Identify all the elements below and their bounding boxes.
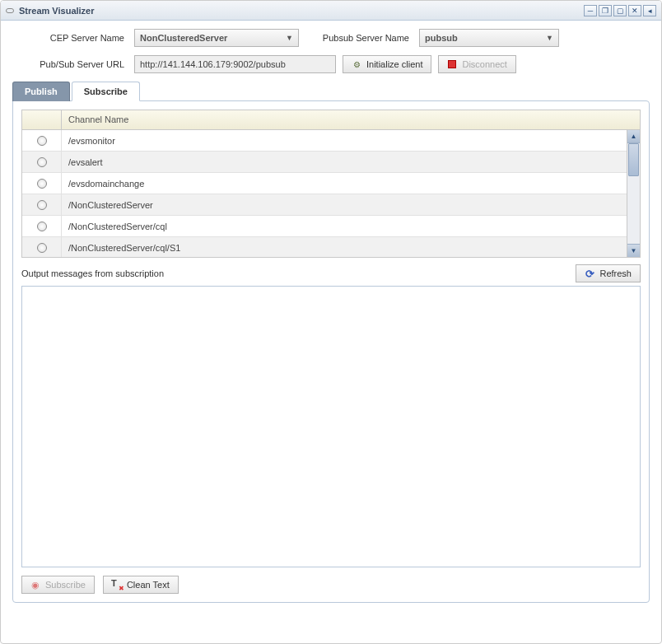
- bottom-buttons: ◉ Subscribe Clean Text: [21, 576, 641, 594]
- pubsub-label: Pubsub Server Name: [305, 33, 413, 43]
- maximize-button[interactable]: ▢: [613, 5, 627, 16]
- tabs: Publish Subscribe: [12, 82, 650, 101]
- subscribe-panel: Channel Name /evsmonitor /evsalert /evsd…: [12, 100, 650, 603]
- window-icon: [6, 8, 14, 13]
- radio-cell[interactable]: [22, 194, 62, 215]
- channel-cell: /NonClusteredServer: [62, 200, 640, 210]
- grid-body: /evsmonitor /evsalert /evsdomainchange /…: [22, 130, 640, 257]
- scroll-track[interactable]: [627, 143, 640, 244]
- table-row[interactable]: /evsdomainchange: [22, 173, 640, 194]
- tab-publish-label: Publish: [25, 86, 58, 96]
- scroll-thumb[interactable]: [628, 143, 639, 176]
- window-title: Stream Visualizer: [19, 6, 584, 16]
- radio-icon: [37, 200, 47, 210]
- initialize-label: Initialize client: [366, 59, 422, 69]
- cep-server-value: NonClusteredServer: [140, 33, 227, 43]
- url-value: http://141.144.106.179:9002/pubsub: [140, 59, 286, 69]
- chevron-down-icon: ▼: [286, 34, 293, 42]
- table-row[interactable]: /evsmonitor: [22, 130, 640, 152]
- clean-text-icon: [112, 580, 122, 590]
- radio-icon: [37, 157, 47, 167]
- header-radio-col: [22, 110, 62, 129]
- radio-cell[interactable]: [22, 216, 62, 236]
- initialize-client-button[interactable]: ⚙ Initialize client: [343, 55, 431, 73]
- radio-icon: [37, 136, 47, 146]
- radio-icon: [37, 179, 47, 189]
- radio-cell[interactable]: [22, 173, 62, 194]
- table-row[interactable]: /NonClusteredServer/cql/S1: [22, 237, 640, 257]
- collapse-button[interactable]: ◂: [643, 5, 656, 16]
- channel-cell: /NonClusteredServer/cql/S1: [62, 243, 640, 253]
- close-button[interactable]: ✕: [628, 5, 641, 16]
- output-textarea[interactable]: [21, 286, 641, 567]
- clean-text-button[interactable]: Clean Text: [103, 576, 179, 594]
- pubsub-server-select[interactable]: pubsub ▼: [419, 29, 559, 47]
- refresh-label: Refresh: [599, 268, 632, 278]
- output-label: Output messages from subscription: [21, 268, 576, 278]
- chevron-down-icon: ▼: [546, 34, 553, 42]
- url-input[interactable]: http://141.144.106.179:9002/pubsub: [134, 55, 336, 73]
- header-channel-name: Channel Name: [62, 110, 640, 129]
- radio-cell[interactable]: [22, 152, 62, 172]
- channel-cell: /evsdomainchange: [62, 179, 640, 189]
- disconnect-button: Disconnect: [438, 55, 515, 73]
- scroll-up-button[interactable]: ▲: [627, 130, 640, 143]
- minimize-button[interactable]: ─: [584, 5, 597, 16]
- cep-label: CEP Server Name: [12, 33, 128, 43]
- radio-icon: [37, 222, 47, 231]
- output-header-row: Output messages from subscription ⟳ Refr…: [21, 264, 641, 282]
- radio-cell[interactable]: [22, 237, 62, 257]
- initialize-icon: ⚙: [352, 59, 361, 69]
- channel-cell: /evsalert: [62, 157, 640, 167]
- url-row: Pub/Sub Server URL http://141.144.106.17…: [12, 55, 650, 73]
- content-area: CEP Server Name NonClusteredServer ▼ Pub…: [1, 21, 661, 611]
- vertical-scrollbar[interactable]: ▲ ▼: [627, 130, 640, 257]
- grid-header: Channel Name: [22, 110, 640, 130]
- channel-cell: /NonClusteredServer/cql: [62, 222, 640, 231]
- disconnect-label: Disconnect: [462, 59, 506, 69]
- channel-cell: /evsmonitor: [62, 136, 640, 146]
- subscribe-label: Subscribe: [45, 580, 86, 590]
- channel-grid: Channel Name /evsmonitor /evsalert /evsd…: [21, 110, 641, 258]
- cep-server-select[interactable]: NonClusteredServer ▼: [134, 29, 299, 47]
- refresh-button[interactable]: ⟳ Refresh: [576, 264, 641, 282]
- window-buttons: ─ ❐ ▢ ✕ ◂: [584, 5, 656, 16]
- radio-cell[interactable]: [22, 130, 62, 151]
- restore-button[interactable]: ❐: [599, 5, 612, 16]
- tab-publish[interactable]: Publish: [12, 82, 70, 101]
- tab-subscribe[interactable]: Subscribe: [72, 82, 140, 101]
- server-row: CEP Server Name NonClusteredServer ▼ Pub…: [12, 29, 650, 47]
- titlebar: Stream Visualizer ─ ❐ ▢ ✕ ◂: [1, 1, 661, 21]
- subscribe-icon: ◉: [30, 580, 40, 590]
- radio-icon: [37, 243, 47, 253]
- stop-icon: [447, 59, 457, 69]
- pubsub-server-value: pubsub: [425, 33, 458, 43]
- url-label: Pub/Sub Server URL: [12, 59, 128, 69]
- table-row[interactable]: /evsalert: [22, 152, 640, 173]
- table-row[interactable]: /NonClusteredServer: [22, 194, 640, 216]
- clean-text-label: Clean Text: [127, 580, 170, 590]
- refresh-icon: ⟳: [585, 268, 594, 278]
- scroll-down-button[interactable]: ▼: [627, 244, 640, 257]
- tab-subscribe-label: Subscribe: [84, 86, 128, 96]
- table-row[interactable]: /NonClusteredServer/cql: [22, 216, 640, 237]
- subscribe-button: ◉ Subscribe: [21, 576, 95, 594]
